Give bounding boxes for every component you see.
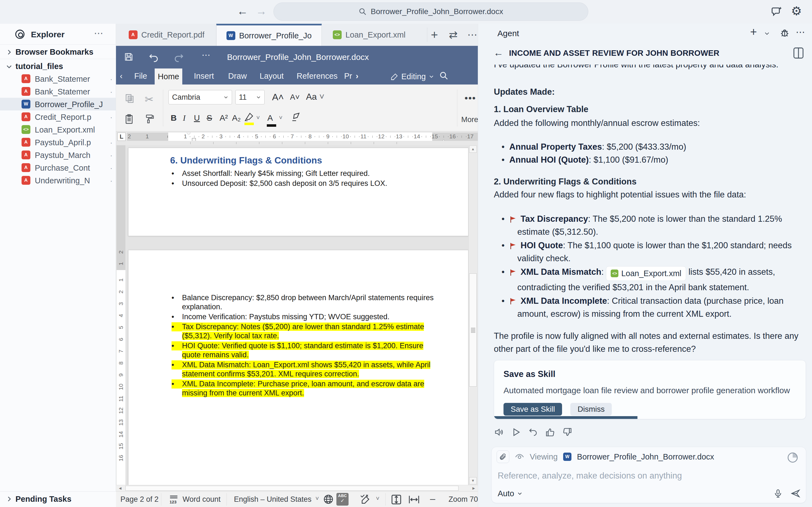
- highlight-dropdown-icon[interactable]: ˅: [256, 114, 260, 121]
- undo-icon[interactable]: [149, 52, 159, 62]
- mic-icon[interactable]: [773, 489, 783, 498]
- file-list-item[interactable]: <> Loan_Export.xml: [0, 123, 116, 136]
- change-case-button[interactable]: Aa ˅: [306, 92, 325, 102]
- titlebar-more-icon[interactable]: ⋯: [202, 50, 210, 60]
- vertical-scrollbar[interactable]: ▲ ▼: [469, 145, 477, 485]
- menu-home-active[interactable]: Home: [155, 68, 182, 84]
- retry-icon[interactable]: [528, 425, 538, 438]
- find-icon[interactable]: [439, 71, 448, 80]
- globe-icon[interactable]: [323, 494, 334, 505]
- pending-tasks-bar[interactable]: Pending Tasks: [0, 491, 116, 507]
- gear-icon[interactable]: ⚙: [791, 4, 802, 18]
- language-dropdown-icon[interactable]: ˅: [315, 495, 319, 502]
- file-list-item[interactable]: W Borrower_Profile_J: [0, 98, 116, 110]
- file-list-item[interactable]: A Bank_Statemer ·: [0, 85, 116, 98]
- dismiss-button[interactable]: Dismiss: [570, 403, 612, 415]
- menu-draw[interactable]: Draw: [228, 71, 247, 80]
- sidebar-item-browser-bookmarks[interactable]: Browser Bookmarks: [0, 46, 116, 59]
- address-search-bar[interactable]: Borrower_Profile_John_Borrower.docx: [273, 2, 588, 21]
- page-indicator[interactable]: Page 2 of 2: [120, 495, 159, 504]
- horizontal-scroll-thumb[interactable]: [125, 486, 458, 491]
- scroll-up-icon[interactable]: ▲: [469, 146, 477, 153]
- proofing-dropdown-icon[interactable]: ˅: [376, 495, 379, 502]
- fit-page-icon[interactable]: [390, 494, 402, 505]
- tab-loan-export[interactable]: <> Loan_Export.xml: [322, 24, 417, 46]
- highlight-button[interactable]: [245, 112, 254, 121]
- compare-icon[interactable]: ⇄: [449, 24, 457, 46]
- file-list-item[interactable]: A Paystub_March ·: [0, 149, 116, 161]
- play-icon[interactable]: [511, 425, 521, 438]
- explorer-more-icon[interactable]: ⋯: [94, 27, 104, 39]
- document-page-2[interactable]: •Balance Discrepancy: $2,850 drop betwee…: [128, 250, 469, 485]
- sidebar-folder-tutorial-files[interactable]: tutorial_files: [0, 60, 116, 73]
- scroll-left-icon[interactable]: ◀: [117, 486, 124, 491]
- spellcheck-icon[interactable]: ABC✓: [336, 493, 348, 506]
- thumbs-up-icon[interactable]: [545, 425, 555, 438]
- clear-format-icon[interactable]: [291, 112, 301, 122]
- send-icon[interactable]: [791, 489, 800, 498]
- file-chip[interactable]: <>Loan_Export.xml: [606, 266, 686, 281]
- split-panel-icon[interactable]: [793, 46, 805, 60]
- menu-layout[interactable]: Layout: [260, 71, 284, 80]
- horizontal-scrollbar[interactable]: ◀ ▶: [116, 485, 478, 491]
- copy-icon[interactable]: [125, 93, 135, 103]
- shrink-font-button[interactable]: A˅: [290, 93, 300, 102]
- underline-button[interactable]: U: [194, 113, 200, 123]
- chat-input-box[interactable]: Viewing W Borrower_Profile_John_Borrower…: [491, 447, 806, 503]
- ribbon-more-label[interactable]: More: [461, 115, 478, 124]
- grow-font-button[interactable]: A˄: [272, 92, 284, 103]
- menu-file[interactable]: File: [134, 71, 147, 80]
- word-count-icon[interactable]: 123: [168, 493, 179, 505]
- font-color-button[interactable]: A: [267, 113, 273, 123]
- ribbon-more-icon[interactable]: •••: [465, 93, 476, 104]
- right-indent-marker[interactable]: [441, 137, 446, 141]
- tab-credit-report[interactable]: A Credit_Report.pdf: [117, 24, 216, 46]
- menu-scroll-right-icon[interactable]: ›: [356, 71, 359, 80]
- zoom-level[interactable]: Zoom 70%: [448, 495, 478, 504]
- redo-icon[interactable]: [173, 52, 184, 62]
- menu-references[interactable]: References: [296, 71, 337, 80]
- file-list-item[interactable]: A Underwriting_N ·: [0, 174, 116, 187]
- save-as-skill-button[interactable]: Save as Skill: [503, 403, 562, 415]
- left-indent-marker[interactable]: [192, 138, 196, 141]
- superscript-button[interactable]: A²: [220, 113, 228, 123]
- forward-icon[interactable]: →: [256, 5, 267, 17]
- strikethrough-button[interactable]: S: [207, 113, 212, 123]
- attach-button[interactable]: [497, 450, 509, 463]
- word-count-label[interactable]: Word count: [182, 495, 221, 504]
- format-painter-icon[interactable]: [145, 114, 155, 124]
- mode-select[interactable]: Auto: [498, 489, 523, 498]
- italic-button[interactable]: I: [183, 113, 185, 123]
- fit-width-icon[interactable]: [408, 494, 420, 505]
- file-list-item[interactable]: A Bank_Statemer ·: [0, 72, 116, 85]
- save-icon[interactable]: [124, 52, 134, 62]
- cut-icon[interactable]: ✂: [145, 93, 154, 106]
- paste-icon[interactable]: [124, 114, 135, 124]
- new-tab-button[interactable]: +: [431, 24, 438, 46]
- chat-input-placeholder[interactable]: Reference, analyze, make decisions on an…: [498, 471, 682, 481]
- file-list-item[interactable]: A Credit_Report.p ·: [0, 110, 116, 123]
- font-name-select[interactable]: Cambria: [168, 90, 232, 104]
- thumbs-down-icon[interactable]: [562, 425, 572, 438]
- bug-icon[interactable]: [779, 27, 790, 39]
- menu-insert[interactable]: Insert: [194, 71, 214, 80]
- bold-button[interactable]: B: [171, 113, 177, 123]
- agent-more-icon[interactable]: ⋯: [796, 26, 805, 38]
- menu-truncated[interactable]: Pr: [344, 71, 352, 80]
- subscript-button[interactable]: A₂: [232, 113, 241, 123]
- file-list-item[interactable]: A Paystub_April.p ·: [0, 136, 116, 149]
- tab-more-icon[interactable]: ⋯: [467, 24, 478, 46]
- file-list-item[interactable]: A Purchase_Cont ·: [0, 161, 116, 174]
- font-size-select[interactable]: 11: [235, 90, 265, 104]
- editing-mode-button[interactable]: Editing: [391, 68, 434, 84]
- horizontal-ruler[interactable]: L 211234567891011121314151617: [116, 131, 478, 145]
- scroll-right-icon[interactable]: ▶: [470, 486, 477, 491]
- language-label[interactable]: English – United States: [234, 495, 312, 504]
- font-color-dropdown-icon[interactable]: ˅: [279, 114, 282, 121]
- tab-borrower-profile[interactable]: W Borrower_Profile_Jo: [216, 24, 322, 46]
- chat-sparkle-icon[interactable]: [771, 5, 783, 17]
- chevron-down-icon[interactable]: [764, 31, 770, 37]
- menu-scroll-left-icon[interactable]: ‹: [120, 71, 123, 80]
- proofing-icon[interactable]: [360, 494, 372, 505]
- vertical-scroll-thumb[interactable]: [469, 273, 477, 387]
